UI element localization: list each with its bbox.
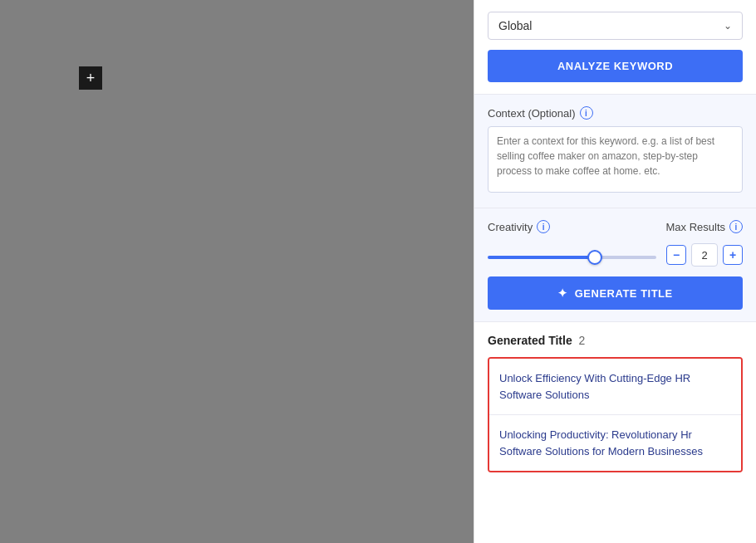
analyze-section: Global ⌄ ANALYZE KEYWORD xyxy=(474,0,756,95)
increment-button[interactable]: + xyxy=(723,245,743,265)
creativity-slider-container xyxy=(488,247,656,262)
stepper-value: 2 xyxy=(691,243,718,267)
creativity-max-row: Creativity i Max Results i xyxy=(488,220,743,233)
chevron-down-icon: ⌄ xyxy=(724,20,732,32)
context-label: Context (Optional) i xyxy=(488,106,743,120)
generated-title-section: Generated Title 2 Unlock Efficiency With… xyxy=(474,322,756,484)
generated-title-label: Generated Title xyxy=(488,334,572,347)
decrement-button[interactable]: − xyxy=(666,245,686,265)
creativity-info-icon[interactable]: i xyxy=(537,220,550,233)
generate-title-label: GENERATE TITLE xyxy=(575,287,673,300)
creativity-label: Creativity i xyxy=(488,220,550,233)
context-textarea[interactable] xyxy=(488,126,743,193)
max-results-info-icon[interactable]: i xyxy=(729,220,743,233)
generated-count: 2 xyxy=(579,334,586,347)
results-container: Unlock Efficiency With Cutting-Edge HR S… xyxy=(488,357,743,472)
slider-stepper-row: − 2 + xyxy=(488,243,743,267)
add-element-button[interactable]: + xyxy=(79,66,102,90)
region-dropdown[interactable]: Global ⌄ xyxy=(488,12,743,40)
generate-title-button[interactable]: ✦ GENERATE TITLE xyxy=(488,276,743,310)
creativity-slider[interactable] xyxy=(488,256,656,259)
max-results-label: Max Results i xyxy=(665,220,743,233)
context-info-icon[interactable]: i xyxy=(580,106,593,120)
creativity-label-text: Creativity xyxy=(488,221,533,233)
max-results-label-text: Max Results xyxy=(665,221,725,233)
generated-title-header: Generated Title 2 xyxy=(488,334,743,347)
wand-icon: ✦ xyxy=(557,286,568,300)
result-item-1[interactable]: Unlock Efficiency With Cutting-Edge HR S… xyxy=(489,359,741,414)
result-text-2: Unlocking Productivity: Revolutionary Hr… xyxy=(499,427,731,459)
result-item-2[interactable]: Unlocking Productivity: Revolutionary Hr… xyxy=(489,414,741,471)
right-panel: Global ⌄ ANALYZE KEYWORD Context (Option… xyxy=(474,0,756,543)
region-dropdown-label: Global xyxy=(498,19,532,32)
context-label-text: Context (Optional) xyxy=(488,107,576,120)
plus-icon: + xyxy=(86,71,96,86)
max-results-stepper: − 2 + xyxy=(666,243,743,267)
context-section: Context (Optional) i xyxy=(474,95,756,208)
creativity-section: Creativity i Max Results i − 2 + ✦ GENER… xyxy=(474,208,756,322)
analyze-keyword-button[interactable]: ANALYZE KEYWORD xyxy=(488,50,743,82)
result-text-1: Unlock Efficiency With Cutting-Edge HR S… xyxy=(499,370,731,403)
canvas-panel: + xyxy=(0,0,474,543)
